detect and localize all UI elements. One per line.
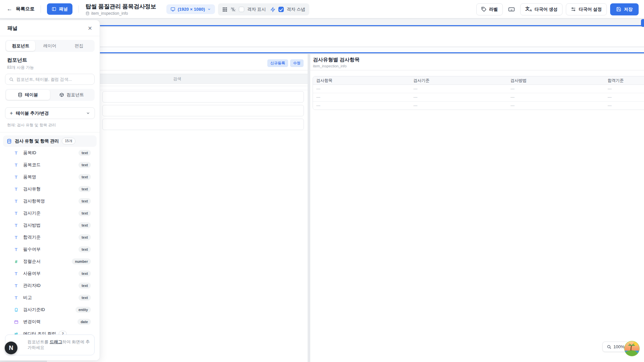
field-row[interactable]: #정렬순서number xyxy=(0,255,100,267)
add-table-button[interactable]: + 테이블 추가/변경 xyxy=(5,107,95,119)
top-toolbar: ← 목록으로 패널 탑씰 품질관리 품목검사정보 item_inspection… xyxy=(0,0,644,18)
selection-handle[interactable] xyxy=(641,19,644,27)
field-row[interactable]: T품목코드text xyxy=(0,159,100,171)
magnifier-icon xyxy=(607,345,611,349)
keyboard-shortcuts-button[interactable] xyxy=(506,4,517,15)
register-badge[interactable]: 신규등록 xyxy=(267,59,288,67)
table-cell: --- xyxy=(410,102,507,110)
field-row[interactable]: T관리자IDtext xyxy=(0,280,100,292)
cube-icon xyxy=(59,93,64,97)
resolution-dropdown[interactable]: (644 × 362) xyxy=(166,4,215,14)
inspection-data-table[interactable]: 검사항목검사기준검사방법합격기준 -----------------------… xyxy=(313,76,644,110)
field-type-badge: text xyxy=(78,210,91,216)
form-input-placeholder[interactable] xyxy=(102,105,304,116)
field-type-badge: text xyxy=(78,198,91,204)
component-search-box[interactable] xyxy=(5,74,95,85)
table-cell: --- xyxy=(507,102,604,110)
i18n-settings-button[interactable]: 다국어 설정 xyxy=(566,3,607,15)
table-column-header: 검사항목 xyxy=(313,76,410,84)
tab-layers[interactable]: 레이어 xyxy=(35,41,64,51)
source-toggle: 테이블 컴포넌트 xyxy=(5,89,95,101)
monitor-icon xyxy=(170,7,175,12)
page-title: 탑씰 품질관리 품목검사정보 xyxy=(86,3,156,10)
field-type-badge: date xyxy=(77,319,91,325)
table-header-row: 검사항목검사기준검사방법합격기준 xyxy=(313,76,644,85)
field-row[interactable]: T비고text xyxy=(0,292,100,304)
form-input-placeholder[interactable] xyxy=(102,91,304,103)
field-name: 검사방법 xyxy=(23,222,41,228)
field-name: 필수여부 xyxy=(23,246,41,252)
form-input-placeholder[interactable] xyxy=(102,119,304,130)
current-table-label: 현재: 검사 유형 및 항목 관리 xyxy=(7,123,93,128)
field-row[interactable]: 변경이력date xyxy=(0,316,100,328)
field-type-badge: text xyxy=(78,234,91,240)
brand-logo-n[interactable]: N xyxy=(5,342,17,354)
table-cell: --- xyxy=(604,102,644,110)
grid-snap-checkbox[interactable] xyxy=(278,7,284,12)
field-row[interactable]: T검사기준text xyxy=(0,207,100,219)
lightning-icon xyxy=(270,7,275,12)
label-button[interactable]: 라벨 xyxy=(476,3,503,15)
save-icon xyxy=(616,7,621,12)
field-type-badge: text xyxy=(78,295,91,301)
table-row[interactable]: ------------ xyxy=(313,102,644,110)
grid-show-checkbox[interactable] xyxy=(239,7,244,12)
field-name: 품목ID xyxy=(23,150,36,156)
field-name: 검사기준 xyxy=(23,210,41,216)
grid-icon xyxy=(222,7,227,12)
toggle-component[interactable]: 컴포넌트 xyxy=(50,90,94,100)
island-widget-icon[interactable] xyxy=(624,341,640,357)
back-label: 목록으로 xyxy=(16,6,35,12)
field-type-badge: text xyxy=(78,270,91,277)
table-title: 검사유형별 검사항목 xyxy=(313,57,644,63)
inspection-table-region[interactable]: 검사유형별 검사항목 item_inspection_info 검사항목검사기준… xyxy=(310,54,644,362)
field-type-badge: text xyxy=(78,186,91,192)
divider xyxy=(78,5,79,13)
table-group-header[interactable]: 검사 유형 및 항목 관리 15개 xyxy=(3,135,97,147)
divider xyxy=(0,132,100,132)
field-type-badge: text xyxy=(78,222,91,228)
table-cell: --- xyxy=(604,85,644,93)
database-icon xyxy=(86,11,90,15)
tab-edit[interactable]: 편집 xyxy=(64,41,94,51)
grid-snap-label: 격자 스냅 xyxy=(287,6,306,12)
table-column-header: 검사기준 xyxy=(410,76,507,84)
field-row[interactable]: T품목명text xyxy=(0,171,100,183)
field-row[interactable]: T필수여부text xyxy=(0,243,100,255)
divider xyxy=(41,5,41,13)
close-icon[interactable]: ✕ xyxy=(87,24,94,32)
field-name: 검사항목명 xyxy=(23,198,45,204)
field-row[interactable]: T검사방법text xyxy=(0,219,100,231)
grid-show-label: 격자 표시 xyxy=(247,6,266,12)
field-name: 비고 xyxy=(23,295,32,301)
field-name: 합격기준 xyxy=(23,234,41,240)
table-row[interactable]: ------------ xyxy=(313,93,644,102)
table-row[interactable]: ------------ xyxy=(313,85,644,93)
field-type-badge: number xyxy=(72,258,91,264)
field-type-badge: entity xyxy=(75,307,91,313)
panel-title: 패널 xyxy=(7,25,17,32)
panel-toggle-button[interactable]: 패널 xyxy=(47,3,72,15)
save-button[interactable]: 저장 xyxy=(610,3,639,15)
field-row[interactable]: 검사기준IDentity xyxy=(0,304,100,316)
field-count-badge: 15개 xyxy=(62,138,75,144)
sliders-icon xyxy=(571,7,576,12)
database-icon xyxy=(7,139,12,144)
table-cell: --- xyxy=(604,93,644,101)
field-row[interactable]: T검사항목명text xyxy=(0,195,100,207)
field-name: 사용여부 xyxy=(23,270,41,277)
field-row[interactable]: T합격기준text xyxy=(0,231,100,243)
component-search-input[interactable] xyxy=(16,77,91,82)
field-type-badge: text xyxy=(78,162,91,168)
i18n-generate-button[interactable]: 文A 다국어 생성 xyxy=(520,3,562,15)
field-row[interactable]: T품목IDtext xyxy=(0,147,100,159)
tab-components[interactable]: 컴포넌트 xyxy=(6,41,35,51)
table-group-name: 검사 유형 및 항목 관리 xyxy=(15,138,59,144)
field-row[interactable]: T사용여부text xyxy=(0,267,100,280)
eye-off-icon xyxy=(230,7,236,12)
edit-badge[interactable]: 수정 xyxy=(290,59,304,67)
field-row[interactable]: T검사유형text xyxy=(0,183,100,195)
field-name: 검사유형 xyxy=(23,186,41,192)
toggle-table[interactable]: 테이블 xyxy=(6,90,50,100)
back-to-list-button[interactable]: ← 목록으로 xyxy=(7,6,35,12)
